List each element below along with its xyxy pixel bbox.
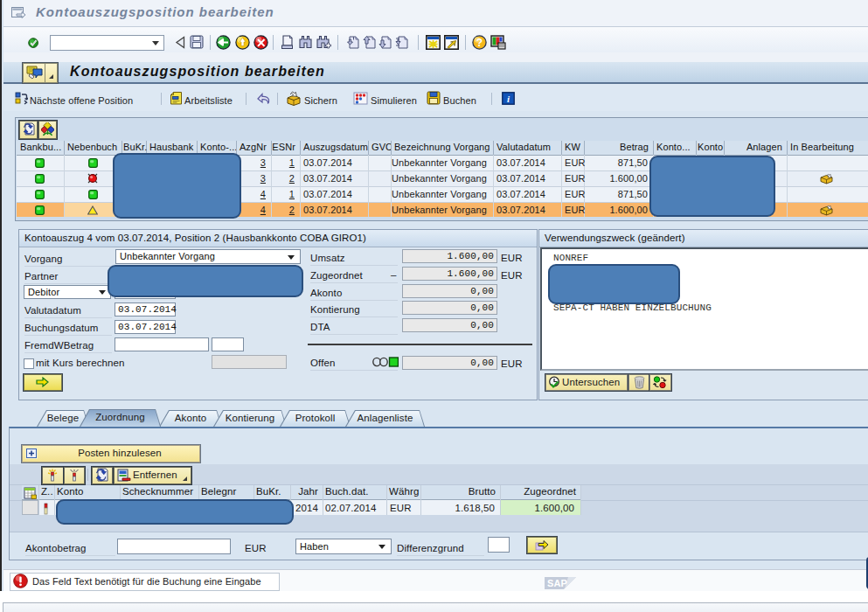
svg-text:SAP: SAP: [547, 578, 567, 588]
svg-text:?: ?: [476, 37, 483, 49]
